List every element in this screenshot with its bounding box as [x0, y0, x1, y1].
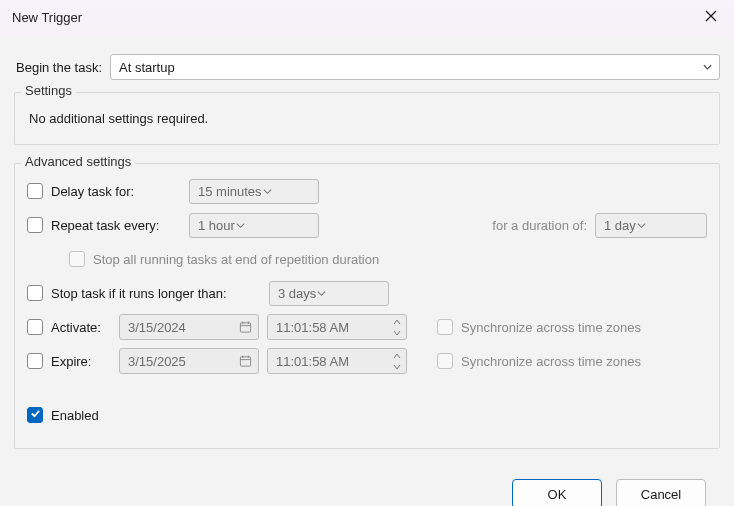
activate-date-field[interactable]: 3/15/2024 — [119, 314, 259, 340]
stop-all-checkbox[interactable] — [69, 251, 85, 267]
expire-date-value: 3/15/2025 — [128, 354, 186, 369]
chevron-up-icon — [390, 350, 404, 361]
stop-long-combo[interactable]: 3 days — [269, 281, 389, 306]
sync-activate-label: Synchronize across time zones — [461, 320, 641, 335]
sync-expire-checkbox[interactable] — [437, 353, 453, 369]
time-spinner[interactable] — [390, 350, 404, 372]
activate-time-field[interactable]: 11:01:58 AM — [267, 314, 407, 340]
check-icon — [30, 408, 41, 422]
cancel-button[interactable]: Cancel — [616, 479, 706, 506]
delay-label: Delay task for: — [51, 184, 181, 199]
cancel-label: Cancel — [641, 487, 681, 502]
expire-label: Expire: — [51, 354, 111, 369]
chevron-down-icon — [702, 62, 713, 73]
chevron-down-icon — [316, 288, 327, 299]
ok-label: OK — [548, 487, 567, 502]
duration-label: for a duration of: — [492, 218, 587, 233]
expire-date-field[interactable]: 3/15/2025 — [119, 348, 259, 374]
ok-button[interactable]: OK — [512, 479, 602, 506]
close-button[interactable] — [688, 0, 734, 34]
svg-rect-0 — [240, 323, 250, 332]
repeat-checkbox[interactable] — [27, 217, 43, 233]
expire-checkbox[interactable] — [27, 353, 43, 369]
calendar-icon — [239, 355, 252, 368]
stop-long-value: 3 days — [278, 286, 316, 301]
time-spinner[interactable] — [390, 316, 404, 338]
calendar-icon — [239, 321, 252, 334]
chevron-down-icon — [262, 186, 273, 197]
delay-value: 15 minutes — [198, 184, 262, 199]
delay-combo[interactable]: 15 minutes — [189, 179, 319, 204]
begin-task-label: Begin the task: — [16, 60, 102, 75]
sync-expire-label: Synchronize across time zones — [461, 354, 641, 369]
repeat-combo[interactable]: 1 hour — [189, 213, 319, 238]
duration-combo[interactable]: 1 day — [595, 213, 707, 238]
stop-all-label: Stop all running tasks at end of repetit… — [93, 252, 379, 267]
advanced-settings-group: Advanced settings Delay task for: 15 min… — [14, 163, 720, 449]
activate-date-value: 3/15/2024 — [128, 320, 186, 335]
chevron-up-icon — [390, 316, 404, 327]
duration-value: 1 day — [604, 218, 636, 233]
activate-time-value: 11:01:58 AM — [276, 320, 349, 335]
expire-time-field[interactable]: 11:01:58 AM — [267, 348, 407, 374]
titlebar: New Trigger — [0, 0, 734, 34]
chevron-down-icon — [235, 220, 246, 231]
chevron-down-icon — [390, 327, 404, 338]
settings-group: Settings No additional settings required… — [14, 92, 720, 145]
svg-rect-4 — [240, 357, 250, 366]
enabled-label: Enabled — [51, 408, 99, 423]
sync-activate-checkbox[interactable] — [437, 319, 453, 335]
window-title: New Trigger — [12, 10, 82, 25]
settings-legend: Settings — [21, 83, 76, 98]
new-trigger-dialog: New Trigger Begin the task: At startup S… — [0, 0, 734, 506]
advanced-legend: Advanced settings — [21, 154, 135, 169]
repeat-value: 1 hour — [198, 218, 235, 233]
begin-task-value: At startup — [119, 60, 175, 75]
repeat-label: Repeat task every: — [51, 218, 181, 233]
chevron-down-icon — [636, 220, 647, 231]
activate-label: Activate: — [51, 320, 111, 335]
stop-long-label: Stop task if it runs longer than: — [51, 286, 261, 301]
delay-checkbox[interactable] — [27, 183, 43, 199]
close-icon — [705, 10, 717, 25]
stop-long-checkbox[interactable] — [27, 285, 43, 301]
expire-time-value: 11:01:58 AM — [276, 354, 349, 369]
begin-task-select[interactable]: At startup — [110, 54, 720, 80]
enabled-checkbox[interactable] — [27, 407, 43, 423]
chevron-down-icon — [390, 361, 404, 372]
settings-note: No additional settings required. — [27, 105, 707, 130]
activate-checkbox[interactable] — [27, 319, 43, 335]
